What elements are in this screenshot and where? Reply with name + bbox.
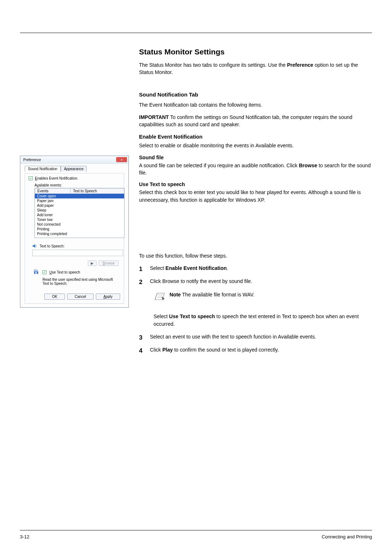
preference-dialog: Preference x Sound Notification Appearan… <box>20 156 129 308</box>
sound-file-heading: Sound file <box>139 155 371 160</box>
sound-tab-heading: Sound Notification Tab <box>139 91 371 98</box>
steps-lead: To use this function, follow these steps… <box>139 252 371 259</box>
text-to-speech-icon: abc ▣ <box>32 269 40 275</box>
step-number: 4 <box>139 346 145 356</box>
utts-heading: Use Text to speech <box>139 181 371 187</box>
dialog-title: Preference <box>23 158 41 162</box>
use-tts-label: Use Text to speech <box>49 270 80 274</box>
table-row[interactable]: Sleep <box>35 208 124 213</box>
play-button[interactable]: ▶ <box>88 260 97 266</box>
table-row[interactable]: Paper jam <box>35 198 124 203</box>
utts-desc: Select this check box to enter text you … <box>139 189 371 204</box>
available-events-label: Available events: <box>34 183 120 187</box>
tab-sound-notification[interactable]: Sound Notification <box>25 166 61 172</box>
enable-event-heading: Enable Event Notification <box>139 134 371 140</box>
close-icon[interactable]: x <box>116 157 127 162</box>
note-row: Note The available file format is WAV. <box>154 292 371 302</box>
sound-tab-desc: The Event Notification tab contains the … <box>139 101 371 108</box>
step-2-continued: Select Use Text to speech to speech the … <box>154 313 371 328</box>
page-footer: 3-12 Connecting and Printing <box>20 530 372 539</box>
step-number: 3 <box>139 333 145 342</box>
enable-notification-label: Enables Event Notification. <box>35 176 78 180</box>
step-number: 1 <box>139 264 145 274</box>
top-rule <box>20 33 372 33</box>
step-3: 3 Select an event to use with the text t… <box>139 333 371 342</box>
table-row[interactable]: Printing <box>35 227 124 231</box>
important-note: IMPORTANT To confirm the settings on Sou… <box>139 114 371 128</box>
intro-paragraph: The Status Monitor has two tabs to confi… <box>139 61 371 76</box>
section-name: Connecting and Printing <box>322 534 372 539</box>
apply-button[interactable]: Apply <box>96 294 120 300</box>
table-row[interactable]: Add toner <box>35 213 124 217</box>
table-row[interactable]: Add paper <box>35 203 124 208</box>
use-tts-desc: Read the user specified text using Micro… <box>42 278 120 286</box>
browse-button[interactable]: Browse <box>99 260 119 266</box>
cancel-button[interactable]: Cancel <box>67 294 94 300</box>
page-number: 3-12 <box>20 534 29 539</box>
right-column: Status Monitor Settings The Status Monit… <box>139 48 371 359</box>
ok-button[interactable]: OK <box>44 294 65 300</box>
bottom-rule <box>20 530 372 530</box>
col-tts: Text to Speech <box>70 188 124 194</box>
step-2: 2 Click Browse to notify the event by so… <box>139 278 371 287</box>
left-column: Preference x Sound Notification Appearan… <box>20 48 129 359</box>
speaker-icon <box>32 244 37 248</box>
enable-event-desc: Select to enable or disable monitoring t… <box>139 142 371 149</box>
sound-file-desc: A sound file can be selected if you requ… <box>139 162 371 177</box>
step-number: 2 <box>139 278 145 287</box>
tts-input[interactable] <box>32 250 123 256</box>
table-row[interactable]: Not connected <box>35 222 124 227</box>
step-4: 4 Click Play to confirm the sound or tex… <box>139 346 371 356</box>
page-title: Status Monitor Settings <box>139 48 371 56</box>
use-tts-checkbox[interactable]: ✓ <box>42 270 46 274</box>
events-table[interactable]: Events Text to Speech Cover open Paper j… <box>34 188 124 238</box>
table-row[interactable]: Cover open <box>35 194 124 198</box>
tts-label: Text to Speech: <box>40 244 65 248</box>
col-events: Events <box>35 188 70 194</box>
step-1: 1 Select Enable Event Notification. <box>139 264 371 274</box>
note-icon <box>154 292 166 302</box>
tab-appearance[interactable]: Appearance <box>61 166 87 172</box>
table-row[interactable]: Printing completed <box>35 231 124 236</box>
enable-notification-checkbox[interactable]: ✓ <box>29 176 33 180</box>
table-row[interactable]: Toner low <box>35 217 124 222</box>
